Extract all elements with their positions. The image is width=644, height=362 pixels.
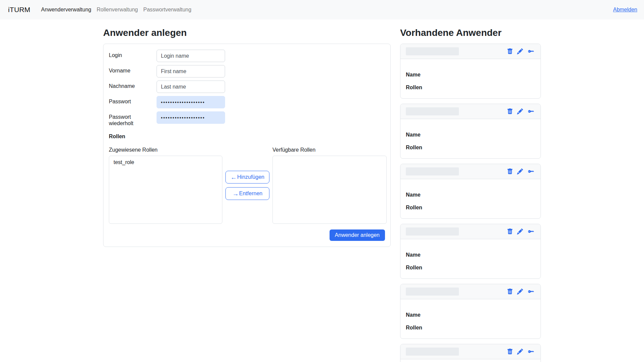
add-role-button[interactable]: ← Hinzufügen (225, 171, 269, 184)
existing-users-column: Vorhandene Anwender Name (400, 28, 541, 362)
user-name-label: Name (406, 71, 449, 79)
key-icon[interactable] (527, 289, 535, 295)
user-card: Name Rollen (400, 224, 541, 279)
user-name-label: Name (406, 131, 449, 139)
user-roles-label: Rollen (406, 84, 449, 91)
available-roles-column: Verfügbare Rollen (272, 147, 387, 224)
pencil-icon[interactable] (517, 289, 523, 295)
assigned-roles-label: Zugewiesene Rollen (109, 147, 222, 153)
login-input[interactable] (157, 50, 225, 62)
passwort-input[interactable] (157, 96, 225, 108)
pencil-icon[interactable] (517, 228, 523, 235)
vorname-input[interactable] (157, 65, 225, 77)
passwort-wiederholt-input[interactable] (157, 111, 225, 124)
user-name-row: Name (406, 251, 535, 259)
user-card-header (400, 164, 541, 179)
available-roles-listbox[interactable] (272, 156, 387, 224)
user-roles-label: Rollen (406, 264, 449, 271)
user-card-actions (507, 228, 535, 235)
remove-role-label: Entfernen (239, 191, 262, 197)
existing-users-title: Vorhandene Anwender (400, 28, 541, 38)
passwort-label: Passwort (109, 96, 157, 108)
user-roles-row: Rollen (406, 84, 535, 91)
login-loading-skeleton (406, 348, 459, 356)
user-name-row: Name (406, 131, 535, 139)
add-role-label: Hinzufügen (237, 174, 264, 180)
remove-role-button[interactable]: → Entfernen (225, 187, 269, 200)
create-user-column: Anwender anlegen Login Vorname Nachname … (103, 28, 391, 362)
nachname-input[interactable] (157, 81, 225, 93)
nachname-row: Nachname (109, 81, 385, 93)
user-name-row: Name (406, 71, 535, 79)
user-roles-label: Rollen (406, 324, 449, 331)
nachname-label: Nachname (109, 81, 157, 93)
user-card-actions (507, 168, 535, 174)
login-label: Login (109, 50, 157, 62)
login-loading-skeleton (406, 167, 459, 175)
user-card-body: Name Rollen (400, 179, 541, 218)
user-card-header (400, 284, 541, 299)
key-icon[interactable] (527, 168, 535, 174)
trash-icon[interactable] (507, 228, 513, 235)
trash-icon[interactable] (507, 349, 513, 355)
user-name-label: Name (406, 311, 449, 319)
trash-icon[interactable] (507, 289, 513, 295)
create-user-submit-button[interactable]: Anwender anlegen (330, 229, 385, 241)
nav-item-passwortverwaltung[interactable]: Passwortverwaltung (140, 7, 194, 13)
assigned-roles-listbox[interactable]: test_role (109, 156, 222, 224)
passwort-wiederholt-row: Passwort wiederholt (109, 111, 385, 126)
trash-icon[interactable] (507, 168, 513, 174)
trash-icon[interactable] (507, 48, 513, 54)
assigned-roles-column: Zugewiesene Rollen test_role (109, 147, 222, 224)
passwort-wiederholt-label: Passwort wiederholt (109, 111, 157, 126)
available-roles-label: Verfügbare Rollen (272, 147, 387, 153)
login-row: Login (109, 50, 385, 62)
user-roles-row: Rollen (406, 264, 535, 271)
role-option[interactable]: test_role (109, 159, 222, 166)
user-card-body: Name Rollen (400, 299, 541, 339)
roles-section-title: Rollen (109, 134, 385, 140)
key-icon[interactable] (527, 108, 535, 114)
user-card-header (400, 344, 541, 359)
login-loading-skeleton (406, 227, 459, 236)
user-card-header (400, 104, 541, 119)
left-arrow-icon: ← (230, 174, 237, 180)
user-name-label: Name (406, 191, 449, 199)
pencil-icon[interactable] (517, 349, 523, 355)
user-card: Name Rollen (400, 284, 541, 339)
key-icon[interactable] (527, 349, 535, 355)
user-card-body: Name Rollen (400, 359, 541, 362)
user-name-row: Name (406, 311, 535, 319)
user-name-label: Name (406, 251, 449, 259)
user-roles-row: Rollen (406, 204, 535, 211)
vorname-row: Vorname (109, 65, 385, 77)
user-roles-label: Rollen (406, 144, 449, 151)
trash-icon[interactable] (507, 108, 513, 114)
login-loading-skeleton (406, 47, 459, 55)
roles-dual-list: Zugewiesene Rollen test_role ← Hinzufüge… (109, 147, 385, 224)
right-arrow-icon: → (232, 191, 239, 197)
brand-logo[interactable]: iTURM (8, 6, 30, 14)
user-card-body: Name Rollen (400, 59, 541, 98)
nav-links: Anwenderverwaltung Rollenverwaltung Pass… (38, 7, 194, 13)
pencil-icon[interactable] (517, 48, 523, 54)
user-card-actions (507, 48, 535, 54)
create-user-card: Login Vorname Nachname Passwort Passwort… (103, 44, 391, 247)
key-icon[interactable] (527, 48, 535, 54)
user-roles-label: Rollen (406, 204, 449, 211)
user-card: Name Rollen (400, 104, 541, 159)
logout-link[interactable]: Abmelden (613, 7, 637, 13)
nav-item-rollenverwaltung[interactable]: Rollenverwaltung (94, 7, 141, 13)
user-card-actions (507, 108, 535, 114)
top-navbar: iTURM Anwenderverwaltung Rollenverwaltun… (0, 0, 644, 19)
user-name-row: Name (406, 191, 535, 199)
user-card-body: Name Rollen (400, 119, 541, 158)
login-loading-skeleton (406, 288, 459, 296)
vorname-label: Vorname (109, 65, 157, 77)
nav-item-anwenderverwaltung[interactable]: Anwenderverwaltung (38, 7, 94, 13)
pencil-icon[interactable] (517, 168, 523, 174)
key-icon[interactable] (527, 228, 535, 235)
user-card-header (400, 224, 541, 239)
user-card: Name Rollen (400, 44, 541, 99)
pencil-icon[interactable] (517, 108, 523, 114)
